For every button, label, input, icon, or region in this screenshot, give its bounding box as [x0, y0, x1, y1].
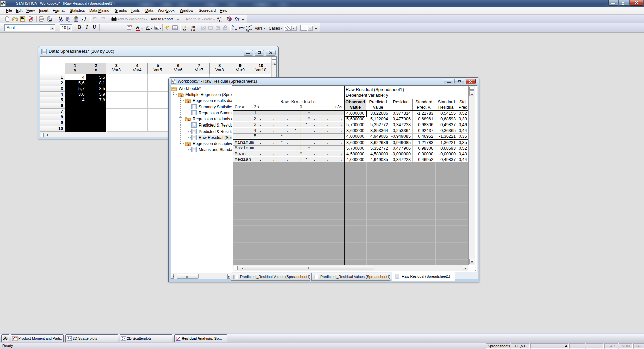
svg-text:A: A	[217, 17, 219, 20]
svg-text:a: a	[156, 27, 157, 29]
svg-text:?: ?	[237, 17, 240, 22]
svg-text:B: B	[221, 20, 222, 22]
